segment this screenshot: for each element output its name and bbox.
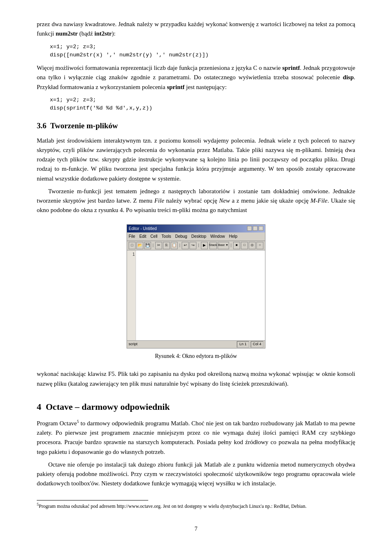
code-inline-sprintf2: sprintf: [167, 84, 185, 90]
s4-para2: Octave nie oferuje po instalacji tak duż…: [37, 460, 355, 489]
s4-para1: Program Octave5 to darmowy odpowiednik p…: [37, 419, 355, 457]
page-content: przez dwa nawiasy kwadratowe. Jednak nal…: [37, 20, 355, 534]
editor-statusbar-right: Ln 1 Col 4: [237, 341, 263, 348]
menu-window[interactable]: Window: [210, 233, 225, 240]
editor-ln-col: Ln 1: [237, 341, 249, 348]
toolbar-copy[interactable]: ⎘: [163, 242, 170, 249]
section-3-6-heading: 3.6 Tworzenie m-plików: [37, 120, 355, 132]
menu-cell[interactable]: Cell: [150, 233, 157, 240]
editor-col-label: Col 4: [251, 341, 263, 348]
section-3-6-number: 3.6: [37, 121, 47, 130]
close-btn[interactable]: ×: [258, 226, 263, 231]
toolbar-undo[interactable]: ↩: [182, 242, 189, 249]
toolbar-stack[interactable]: Stack: [209, 242, 217, 249]
menu-debug[interactable]: Debug: [175, 233, 187, 240]
editor-statusbar: script Ln 1 Col 4: [127, 340, 265, 348]
menu-desktop[interactable]: Desktop: [191, 233, 206, 240]
toolbar-bp2[interactable]: □: [241, 242, 248, 249]
code-block-2: x=1; y=2; z=3; disp(sprintf('%d %d %d',x…: [50, 96, 355, 113]
s36-para1: Matlab jest środowiskiem interaktywnym t…: [37, 136, 355, 183]
editor-titlebar-buttons: _ □ ×: [247, 226, 263, 231]
editor-text-area[interactable]: [136, 250, 265, 340]
toolbar-bp3[interactable]: ◎: [249, 242, 256, 249]
toolbar-bp1[interactable]: ■: [233, 242, 240, 249]
s36-para3: wykonać naciskając klawisz F5. Plik taki…: [37, 369, 355, 389]
menu-edit[interactable]: Edit: [139, 233, 146, 240]
toolbar-cut[interactable]: ✂: [155, 242, 162, 249]
toolbar-run[interactable]: ▶: [201, 242, 208, 249]
figure-caption-4: Rysunek 4: Okno edytora m-plików: [155, 352, 237, 361]
footnote-text-5: Program można odszukać pod adresem http:…: [39, 503, 307, 509]
section-4-number: 4: [37, 402, 41, 412]
editor-titlebar: Editor - Untitled _ □ ×: [127, 225, 265, 233]
footnote-ref-5: 5: [77, 419, 79, 424]
editor-status-text: script: [129, 342, 138, 347]
toolbar-redo[interactable]: ↪: [189, 242, 196, 249]
code-inline-sprintf: sprintf: [282, 65, 300, 71]
section-4-heading: 4 Octave – darmowy odpowiednik: [37, 400, 355, 414]
intro-para-2: Więcej możliwości formatowania reprezent…: [37, 63, 355, 92]
menu-tools[interactable]: Tools: [162, 233, 171, 240]
s36-para2: Tworzenie m-funkcji jest tematem jednego…: [37, 187, 355, 215]
section-3-6-title: Tworzenie m-plików: [50, 121, 118, 130]
toolbar-bp4[interactable]: ○: [256, 242, 263, 249]
editor-menubar: File Edit Cell Tools Debug Desktop Windo…: [127, 232, 265, 241]
footnote-5: 5Program można odszukać pod adresem http…: [37, 503, 355, 510]
toolbar-save[interactable]: 💾: [144, 242, 151, 249]
minimize-btn[interactable]: _: [247, 226, 252, 231]
page-number: 7: [37, 525, 355, 534]
editor-gutter: 1: [127, 250, 136, 340]
intro-para-1: przez dwa nawiasy kwadratowe. Jednak nal…: [37, 20, 355, 39]
footnote-rule: [37, 500, 148, 500]
code-inline-disp: disp: [343, 74, 354, 80]
editor-toolbar: □ 📂 💾 | ✂ ⎘ 📋 | ↩ ↪ | ▶ Stack Base ▼ | ■…: [127, 241, 265, 250]
editor-window: Editor - Untitled _ □ × File Edit Cell T…: [127, 224, 265, 348]
editor-body: 1: [127, 250, 265, 340]
toolbar-open[interactable]: 📂: [136, 242, 143, 249]
section-4-title: Octave – darmowy odpowiednik: [46, 402, 170, 412]
figure-4: Editor - Untitled _ □ × File Edit Cell T…: [37, 224, 355, 361]
toolbar-base[interactable]: Base ▼: [218, 242, 229, 249]
code-block-1: x=1; y=2; z=3; disp([num2str(x) ',' num2…: [50, 43, 355, 60]
maximize-btn[interactable]: □: [253, 226, 258, 231]
code-inline-num2str: num2str: [56, 30, 78, 37]
menu-help[interactable]: Help: [229, 233, 238, 240]
menu-file[interactable]: File: [129, 233, 135, 240]
toolbar-paste[interactable]: 📋: [171, 242, 178, 249]
code-inline-int2str: int2str: [94, 30, 112, 37]
editor-title: Editor - Untitled: [129, 226, 157, 232]
toolbar-new[interactable]: □: [129, 242, 136, 249]
